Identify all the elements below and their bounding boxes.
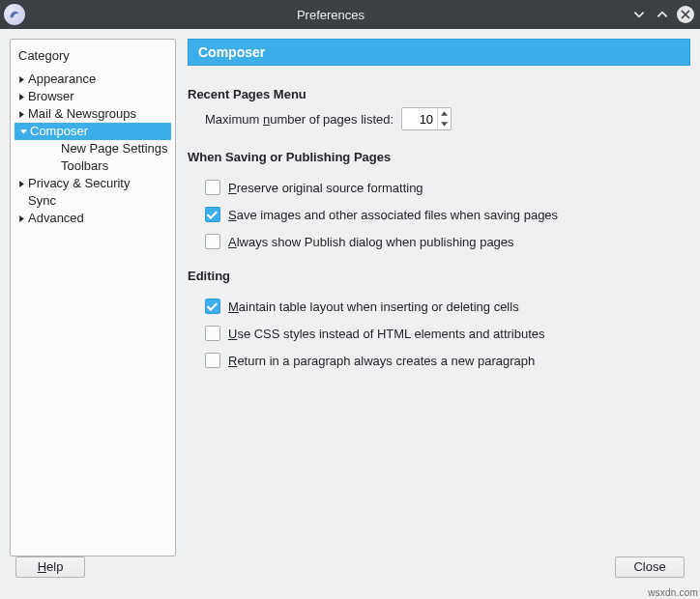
dialog-buttons: Help Close (0, 556, 700, 589)
max-pages-label: Maximum number of pages listed: (205, 112, 394, 127)
app-icon (4, 4, 25, 25)
close-icon[interactable] (677, 6, 694, 23)
arrow-down-icon (18, 128, 28, 135)
sidebar-item-browser[interactable]: Browser (13, 88, 173, 105)
sidebar-item-label: Appearance (26, 71, 96, 88)
arrow-right-icon (16, 76, 26, 83)
watermark-text: wsxdn.com (648, 587, 698, 598)
panel-title: Composer (188, 39, 690, 66)
spin-down-icon[interactable] (438, 119, 451, 129)
sidebar-item-appearance[interactable]: Appearance (13, 71, 173, 88)
spin-up-icon[interactable] (438, 108, 451, 119)
sidebar-item-label: Privacy & Security (26, 175, 130, 192)
checkbox-icon[interactable] (205, 180, 220, 195)
max-pages-row: Maximum number of pages listed: (188, 107, 690, 130)
chevron-down-icon[interactable] (630, 6, 648, 23)
close-button[interactable]: Close (615, 556, 685, 578)
option-label: Save images and other associated files w… (228, 208, 558, 222)
section-recent-pages: Recent Pages Menu (188, 87, 690, 101)
option-label: Maintain table layout when inserting or … (228, 300, 519, 314)
section-editing: Editing (188, 269, 690, 283)
content-area: Category Appearance Browser Mail & Newsg… (0, 29, 700, 556)
sidebar-header: Category (11, 42, 175, 71)
arrow-right-icon (16, 111, 26, 118)
checkbox-icon[interactable] (205, 353, 220, 368)
checkbox-checked-icon[interactable] (205, 299, 220, 314)
section-saving-publishing: When Saving or Publishing Pages (188, 150, 690, 164)
preserve-formatting-option[interactable]: Preserve original source formatting (205, 180, 690, 195)
sidebar-item-label: Composer (28, 123, 88, 140)
max-pages-input-wrap (401, 107, 452, 130)
arrow-right-icon (16, 215, 26, 222)
sidebar-item-label: Mail & Newsgroups (26, 105, 136, 123)
saving-options: Preserve original source formatting Save… (188, 170, 690, 261)
settings-panel: Composer Recent Pages Menu Maximum numbe… (188, 39, 690, 556)
sidebar-item-mail-newsgroups[interactable]: Mail & Newsgroups (13, 105, 173, 123)
spin-buttons (437, 108, 451, 129)
sidebar-item-label: New Page Settings (59, 140, 168, 157)
sidebar-item-privacy-security[interactable]: Privacy & Security (13, 175, 173, 192)
arrow-right-icon (16, 94, 26, 100)
save-images-option[interactable]: Save images and other associated files w… (205, 207, 690, 222)
chevron-up-icon[interactable] (654, 6, 671, 23)
category-sidebar: Category Appearance Browser Mail & Newsg… (10, 39, 176, 556)
return-new-paragraph-option[interactable]: Return in a paragraph always creates a n… (205, 353, 690, 368)
sidebar-item-label: Browser (26, 88, 74, 105)
category-tree: Appearance Browser Mail & Newsgroups Com… (11, 71, 175, 227)
option-label: Preserve original source formatting (228, 181, 423, 195)
sidebar-item-label: Sync (26, 192, 56, 210)
option-label: Always show Publish dialog when publishi… (228, 235, 514, 249)
option-label: Use CSS styles instead of HTML elements … (228, 327, 545, 341)
arrow-right-icon (16, 181, 26, 187)
always-publish-dialog-option[interactable]: Always show Publish dialog when publishi… (205, 234, 690, 249)
checkbox-icon[interactable] (205, 326, 220, 341)
window-controls (630, 6, 694, 23)
sidebar-item-label: Toolbars (59, 157, 108, 175)
window-title: Preferences (31, 8, 630, 22)
sidebar-item-advanced[interactable]: Advanced (13, 210, 173, 227)
use-css-styles-option[interactable]: Use CSS styles instead of HTML elements … (205, 326, 690, 341)
sidebar-item-sync[interactable]: Sync (13, 192, 173, 210)
maintain-table-layout-option[interactable]: Maintain table layout when inserting or … (205, 299, 690, 314)
option-label: Return in a paragraph always creates a n… (228, 354, 535, 368)
checkbox-icon[interactable] (205, 234, 220, 249)
editing-options: Maintain table layout when inserting or … (188, 289, 690, 380)
checkbox-checked-icon[interactable] (205, 207, 220, 222)
sidebar-item-toolbars[interactable]: Toolbars (13, 157, 173, 175)
sidebar-item-new-page-settings[interactable]: New Page Settings (13, 140, 173, 157)
sidebar-item-composer[interactable]: Composer (15, 123, 171, 140)
help-button[interactable]: Help (15, 556, 85, 578)
sidebar-item-label: Advanced (26, 210, 84, 227)
titlebar: Preferences (0, 0, 700, 29)
max-pages-input[interactable] (402, 108, 437, 129)
